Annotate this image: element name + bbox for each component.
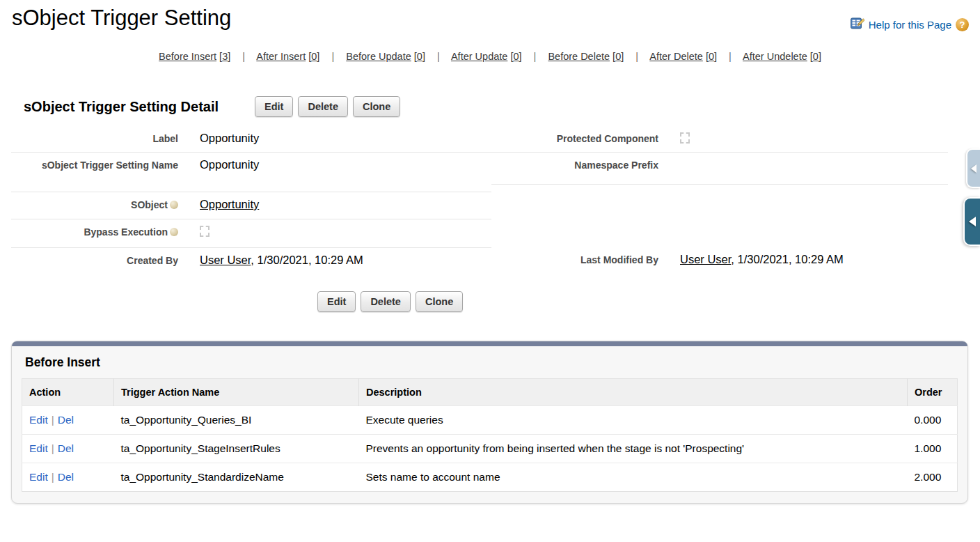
trigger-action-order: 0.000 [908, 406, 958, 435]
sobject-link[interactable]: Opportunity [200, 198, 259, 210]
field-row-spacer [491, 185, 948, 247]
detail-left-column: Label Opportunity sObject Trigger Settin… [11, 126, 491, 277]
field-row-created-by: Created By User User, 1/30/2021, 10:29 A… [11, 248, 491, 277]
field-label: Namespace Prefix [491, 153, 658, 172]
column-header-trigger-action-name: Trigger Action Name [114, 379, 359, 406]
page: sObject Trigger Setting Help for this Pa… [0, 0, 980, 542]
last-modified-datetime: , 1/30/2021, 10:29 AM [731, 253, 843, 265]
field-value: Opportunity [178, 126, 259, 146]
nav-separator: | [534, 51, 537, 62]
help-for-this-page-link[interactable]: Help for this Page [869, 19, 951, 31]
clone-button[interactable]: Clone [353, 96, 400, 117]
field-label: Bypass Execution [84, 226, 168, 238]
table-row: Edit|Del ta_Opportunity_StandardizeName … [22, 463, 958, 492]
nav-separator: | [331, 51, 334, 62]
question-mark-icon[interactable]: ? [956, 18, 969, 31]
column-header-action: Action [22, 379, 114, 406]
row-edit-link[interactable]: Edit [29, 471, 48, 483]
field-label: Created By [11, 248, 178, 268]
edit-page-icon[interactable] [851, 17, 864, 33]
clone-button[interactable]: Clone [416, 291, 463, 312]
field-row-sobject: SObject Opportunity [11, 192, 491, 219]
row-edit-link[interactable]: Edit [29, 414, 48, 426]
nav-item-after-insert[interactable]: After Insert [0] [256, 51, 319, 62]
field-row-bypass-execution: Bypass Execution [11, 219, 491, 248]
nav-separator: | [729, 51, 732, 62]
detail-grid: Label Opportunity sObject Trigger Settin… [11, 126, 948, 277]
detail-header: sObject Trigger Setting Detail Edit Dele… [24, 96, 400, 117]
nav-item-before-insert[interactable]: Before Insert [3] [159, 51, 230, 62]
trigger-action-order: 2.000 [908, 463, 958, 492]
created-by-datetime: , 1/30/2021, 10:29 AM [251, 254, 363, 266]
help-area: Help for this Page ? [851, 17, 969, 33]
field-row-protected-component: Protected Component [491, 126, 948, 153]
field-value: Opportunity [178, 153, 259, 172]
action-separator: | [52, 414, 54, 426]
field-label: sObject Trigger Setting Name [11, 153, 178, 172]
table-row: Edit|Del ta_Opportunity_Queries_BI Execu… [22, 406, 958, 435]
field-help-icon[interactable] [170, 201, 178, 209]
chevron-left-icon [969, 217, 976, 226]
column-header-order: Order [908, 379, 958, 406]
trigger-action-name: ta_Opportunity_StandardizeName [114, 463, 359, 492]
trigger-action-description: Execute queries [359, 406, 908, 435]
chevron-left-icon [971, 164, 977, 173]
action-separator: | [52, 471, 54, 483]
nav-item-before-update[interactable]: Before Update [0] [346, 51, 425, 62]
trigger-actions-table: Action Trigger Action Name Description O… [22, 378, 958, 492]
field-label: Protected Component [491, 126, 658, 146]
created-by-user-link[interactable]: User User [200, 254, 251, 266]
field-value [658, 153, 680, 157]
panel-top-bar [12, 341, 967, 346]
row-del-link[interactable]: Del [58, 414, 74, 426]
nav-separator: | [437, 51, 440, 62]
protected-component-checkbox [680, 132, 690, 144]
delete-button[interactable]: Delete [361, 291, 411, 312]
detail-section-title: sObject Trigger Setting Detail [24, 99, 219, 115]
row-del-link[interactable]: Del [58, 442, 74, 454]
table-header-row: Action Trigger Action Name Description O… [22, 379, 958, 406]
detail-right-column: Protected Component Namespace Prefix Las… [491, 126, 948, 277]
trigger-action-order: 1.000 [908, 435, 958, 463]
nav-item-after-undelete[interactable]: After Undelete [0] [743, 51, 821, 62]
nav-item-before-delete[interactable]: Before Delete [0] [548, 51, 624, 62]
trigger-action-description: Prevents an opportunity from being inser… [359, 435, 908, 463]
field-label: SObject [131, 199, 168, 210]
column-header-description: Description [359, 379, 908, 406]
field-label: Last Modified By [491, 247, 658, 267]
action-separator: | [52, 442, 54, 454]
page-title: sObject Trigger Setting [12, 6, 231, 31]
field-row-label: Label Opportunity [11, 126, 491, 153]
sidebar-collapse-tab[interactable] [963, 197, 980, 246]
before-insert-panel: Before Insert Action Trigger Action Name… [11, 341, 968, 504]
nav-separator: | [242, 51, 245, 62]
field-row-last-modified-by: Last Modified By User User, 1/30/2021, 1… [491, 247, 948, 277]
row-del-link[interactable]: Del [58, 471, 74, 483]
trigger-action-name: ta_Opportunity_StageInsertRules [114, 435, 359, 463]
trigger-action-description: Sets name to account name [359, 463, 908, 492]
detail-button-group: Edit Delete Clone [255, 96, 400, 117]
bypass-execution-checkbox [200, 226, 210, 237]
row-edit-link[interactable]: Edit [29, 442, 48, 454]
nav-item-after-delete[interactable]: After Delete [0] [649, 51, 717, 62]
nav-item-after-update[interactable]: After Update [0] [451, 51, 522, 62]
field-help-icon[interactable] [170, 228, 178, 236]
field-label: Label [11, 126, 178, 146]
trigger-action-name: ta_Opportunity_Queries_BI [114, 406, 359, 435]
detail-bottom-buttons: Edit Delete Clone [317, 291, 463, 312]
delete-button[interactable]: Delete [298, 96, 348, 117]
edit-button[interactable]: Edit [317, 291, 356, 312]
field-row-name: sObject Trigger Setting Name Opportunity [11, 153, 491, 192]
nav-separator: | [635, 51, 638, 62]
related-list-title: Before Insert [12, 346, 967, 378]
table-row: Edit|Del ta_Opportunity_StageInsertRules… [22, 435, 958, 463]
last-modified-user-link[interactable]: User User [680, 253, 731, 265]
field-row-namespace-prefix: Namespace Prefix [491, 153, 948, 185]
sidebar-collapse-tab-secondary[interactable] [966, 148, 980, 188]
edit-button[interactable]: Edit [255, 96, 293, 117]
trigger-context-nav: Before Insert [3] | After Insert [0] | B… [0, 51, 980, 62]
